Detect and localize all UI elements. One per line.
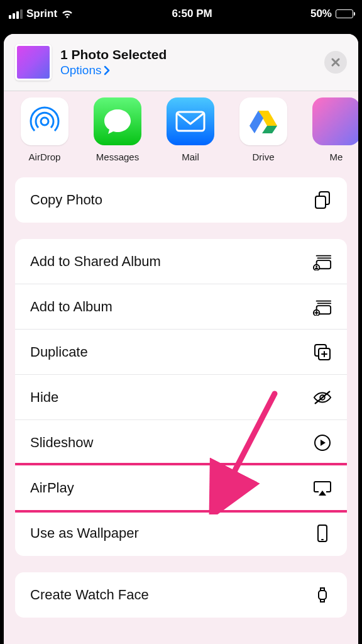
action-group: Add to Shared Album Add to Album Duplica… [15, 239, 347, 556]
app-label: Messages [96, 152, 139, 162]
svg-rect-1 [177, 112, 204, 131]
photo-thumbnail[interactable] [15, 44, 52, 80]
carrier-label: Sprint [26, 8, 57, 20]
app-label: Me [330, 152, 343, 162]
sheet-header: 1 Photo Selected Options [4, 34, 358, 91]
action-label: Add to Shared Album [30, 253, 161, 270]
close-button[interactable] [324, 51, 347, 74]
action-label: Use as Wallpaper [30, 525, 139, 541]
header-title: 1 Photo Selected [60, 47, 315, 62]
chevron-right-icon [104, 65, 110, 75]
app-airdrop[interactable]: AirDrop [18, 97, 72, 162]
action-airplay[interactable]: AirPlay [15, 465, 347, 511]
svg-rect-14 [319, 591, 326, 599]
action-duplicate[interactable]: Duplicate [15, 330, 347, 375]
close-icon [331, 57, 341, 67]
share-apps-row[interactable]: AirDrop Messages Mail Drive Me [4, 91, 358, 177]
app-mail[interactable]: Mail [163, 97, 217, 162]
action-wallpaper[interactable]: Use as Wallpaper [15, 511, 347, 556]
action-label: AirPlay [30, 480, 74, 496]
play-icon [313, 433, 332, 452]
wifi-icon [61, 9, 74, 19]
add-album-icon [313, 297, 332, 316]
battery-percent: 50% [310, 8, 332, 20]
airdrop-icon [21, 97, 69, 145]
app-messenger[interactable]: Me [309, 97, 358, 162]
action-group: Copy Photo [15, 177, 347, 223]
action-label: Duplicate [30, 344, 88, 360]
action-label: Add to Album [30, 299, 112, 315]
action-hide[interactable]: Hide [15, 375, 347, 420]
messages-icon [94, 97, 141, 145]
app-drive[interactable]: Drive [236, 97, 290, 162]
phone-icon [313, 524, 332, 543]
action-label: Hide [30, 389, 58, 406]
app-label: Mail [182, 152, 199, 162]
svg-rect-13 [321, 539, 324, 540]
svg-rect-2 [315, 196, 326, 208]
options-label: Options [60, 64, 101, 77]
options-button[interactable]: Options [60, 64, 315, 77]
watch-icon [313, 586, 332, 604]
svg-point-0 [41, 118, 48, 125]
action-group: Create Watch Face [15, 572, 347, 618]
action-create-watch-face[interactable]: Create Watch Face [15, 572, 347, 618]
airplay-icon [313, 479, 332, 497]
action-label: Create Watch Face [30, 587, 149, 603]
app-messages[interactable]: Messages [90, 97, 145, 162]
mail-icon [167, 97, 214, 145]
action-copy-photo[interactable]: Copy Photo [15, 177, 347, 223]
share-sheet: 1 Photo Selected Options AirDrop [4, 34, 358, 644]
clock: 6:50 PM [172, 8, 212, 20]
messenger-icon [312, 97, 358, 145]
drive-icon [239, 97, 287, 145]
copy-icon [313, 191, 332, 209]
status-bar: Sprint 6:50 PM 50% [0, 0, 362, 28]
svg-point-5 [315, 265, 317, 267]
signal-icon [9, 9, 23, 19]
action-slideshow[interactable]: Slideshow [15, 420, 347, 465]
action-label: Slideshow [30, 435, 93, 451]
app-label: Drive [252, 152, 274, 162]
shared-album-icon [313, 252, 332, 271]
app-label: AirDrop [29, 152, 61, 162]
duplicate-icon [313, 343, 332, 362]
hide-icon [313, 388, 332, 407]
battery-icon [336, 9, 353, 18]
action-label: Copy Photo [30, 192, 102, 208]
action-add-shared-album[interactable]: Add to Shared Album [15, 239, 347, 284]
action-add-album[interactable]: Add to Album [15, 284, 347, 330]
